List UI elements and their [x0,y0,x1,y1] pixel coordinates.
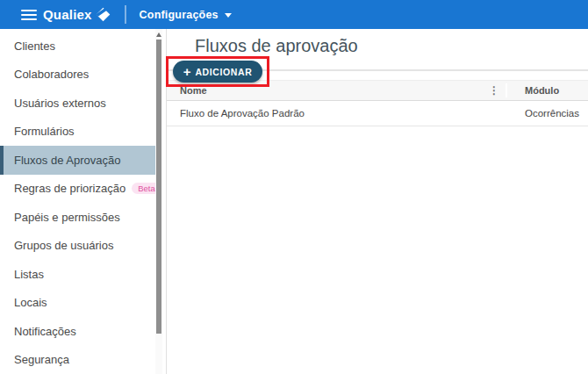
top-app-bar: Qualiex Configurações [0,0,588,29]
page-title: Fluxos de aprovação [195,34,358,57]
sidebar-item-label: Segurança [14,353,69,366]
plus-icon: + [183,65,191,78]
sidebar-nav: ClientesColaboradoresUsuários externosFo… [0,32,155,374]
sidebar-item-papeis-e-permissoes[interactable]: Papéis e permissões [0,203,155,232]
sidebar-item-label: Grupos de usuários [14,239,113,252]
sidebar-item-notificacoes[interactable]: Notificações [0,317,155,346]
scrollbar-up-arrow-icon[interactable] [156,32,161,37]
settings-sidebar: ClientesColaboradoresUsuários externosFo… [0,29,167,374]
sidebar-item-label: Listas [14,268,44,281]
sidebar-item-seguranca[interactable]: Segurança [0,346,155,374]
sidebar-scrollbar[interactable] [155,29,162,374]
sidebar-item-formularios[interactable]: Formulários [0,118,155,147]
brand-logo[interactable]: Qualiex [43,7,111,22]
sidebar-item-colaboradores[interactable]: Colaboradores [0,61,155,90]
flow-module: Ocorrências [525,108,579,119]
sidebar-item-regras-de-priorizacao[interactable]: Regras de priorizaçãoBeta [0,175,155,204]
sidebar-item-listas[interactable]: Listas [0,260,155,289]
sidebar-item-label: Locais [14,296,47,309]
adicionar-button[interactable]: + ADICIONAR [173,61,262,83]
sidebar-item-clientes[interactable]: Clientes [0,32,155,61]
approval-flows-table: Nome ⋮ Módulo Fluxo de Aprovação PadrãoO… [167,80,588,126]
sidebar-item-usuarios-externos[interactable]: Usuários externos [0,89,155,118]
table-header-row: Nome ⋮ Módulo [167,80,588,101]
sidebar-item-fluxos-de-aprovacao[interactable]: Fluxos de Aprovação [0,146,155,175]
sidebar-item-label: Regras de priorização [14,182,125,195]
sidebar-item-label: Notificações [14,325,76,338]
configuracoes-menu[interactable]: Configurações [140,9,232,21]
header-cell-modulo: Módulo [507,85,588,96]
table-row[interactable]: Fluxo de Aprovação PadrãoOcorrências [167,101,588,126]
brand-name: Qualiex [43,7,92,22]
qualiex-logo-icon [96,7,111,22]
adicionar-button-label: ADICIONAR [195,67,252,77]
cell-nome: Fluxo de Aprovação Padrão [167,108,506,119]
chevron-down-icon [225,13,232,18]
main-content: Fluxos de aprovação + ADICIONAR Nome ⋮ M… [167,29,588,374]
sidebar-item-label: Formulários [14,125,75,138]
sidebar-item-grupos-de-usuarios[interactable]: Grupos de usuários [0,232,155,261]
column-label-nome: Nome [180,85,207,96]
cell-modulo: Ocorrências [507,108,588,119]
column-label-modulo: Módulo [525,85,559,96]
sidebar-item-label: Colaboradores [14,68,89,81]
configuracoes-label: Configurações [140,9,219,21]
vertical-dots-icon[interactable]: ⋮ [489,84,499,97]
scrollbar-thumb[interactable] [156,40,161,334]
sidebar-item-label: Clientes [14,40,55,53]
table-body: Fluxo de Aprovação PadrãoOcorrências [167,101,588,126]
header-cell-nome: Nome ⋮ [167,84,506,97]
sidebar-item-label: Fluxos de Aprovação [14,154,120,167]
sidebar-item-label: Usuários externos [14,97,106,110]
flow-name: Fluxo de Aprovação Padrão [180,108,305,119]
sidebar-item-locais[interactable]: Locais [0,289,155,318]
topbar-divider [125,5,126,24]
sidebar-item-label: Papéis e permissões [14,211,120,224]
hamburger-menu-icon[interactable] [21,10,37,20]
